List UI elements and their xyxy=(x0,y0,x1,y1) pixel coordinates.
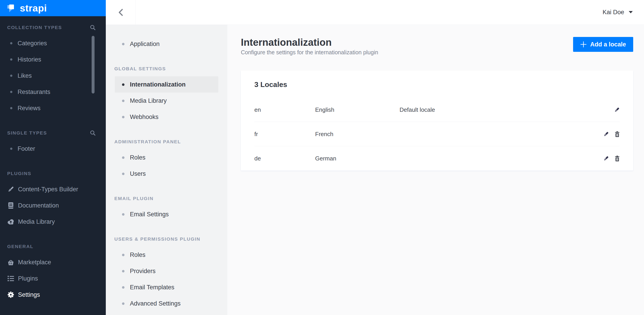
locales-card-title: 3 Locales xyxy=(241,71,633,89)
locales-card: 3 Locales en English Default locale xyxy=(241,71,633,171)
bullet-icon xyxy=(122,173,124,175)
sidebar-item-footer[interactable]: Footer xyxy=(0,141,106,157)
pencil-icon xyxy=(604,131,609,137)
locale-row-fr: fr French xyxy=(241,122,633,146)
user-menu[interactable]: Kai Doe xyxy=(602,9,644,16)
settings-item-label: Email Templates xyxy=(130,284,174,291)
sidebar-item-media-library[interactable]: Media Library xyxy=(0,214,106,230)
bullet-icon xyxy=(122,213,124,216)
search-icon[interactable] xyxy=(90,130,96,136)
edit-locale-button[interactable] xyxy=(604,156,609,161)
bullet-icon xyxy=(122,43,124,45)
settings-item-label: Advanced Settings xyxy=(130,300,180,307)
strapi-logo[interactable]: strapi xyxy=(0,0,106,16)
back-button[interactable] xyxy=(106,0,136,25)
main-sidebar-body: COLLECTION TYPES Categories Histories Li… xyxy=(0,16,106,315)
settings-item-label: Providers xyxy=(130,268,156,275)
sidebar-item-label: Histories xyxy=(18,56,41,63)
sidebar-item-documentation[interactable]: Documentation xyxy=(0,197,106,214)
settings-item-label: Application xyxy=(130,41,160,48)
book-icon xyxy=(7,202,15,209)
section-single-types: SINGLE TYPES Footer xyxy=(0,128,106,157)
locale-row-en: en English Default locale xyxy=(241,98,633,122)
locale-actions xyxy=(604,131,620,137)
bullet-icon xyxy=(10,148,12,150)
bullet-icon xyxy=(122,83,124,86)
collection-types-header: COLLECTION TYPES xyxy=(7,25,62,30)
sidebar-item-label: Reviews xyxy=(18,105,40,112)
section-general: GENERAL Marketplace Plugins xyxy=(0,242,106,303)
single-types-header-row: SINGLE TYPES xyxy=(0,128,106,137)
trash-icon xyxy=(615,131,620,137)
user-name: Kai Doe xyxy=(602,9,624,16)
bullet-icon xyxy=(10,75,12,77)
general-header-row: GENERAL xyxy=(0,242,106,251)
lower-region: Application GLOBAL SETTINGS Internationa… xyxy=(106,25,644,315)
settings-item-label: Roles xyxy=(130,154,146,161)
basket-icon xyxy=(7,259,15,266)
sidebar-item-settings[interactable]: Settings xyxy=(0,287,106,303)
settings-item-label: Internationalization xyxy=(130,81,186,88)
settings-item-advanced-settings[interactable]: Advanced Settings xyxy=(115,295,218,311)
sidebar-item-label: Footer xyxy=(18,145,35,152)
strapi-logo-icon xyxy=(6,3,17,13)
sidebar-item-content-types-builder[interactable]: Content-Types Builder xyxy=(0,181,106,197)
add-locale-button-label: Add a locale xyxy=(590,41,626,48)
sidebar-item-marketplace[interactable]: Marketplace xyxy=(0,254,106,270)
sidebar-item-likes[interactable]: Likes xyxy=(0,68,106,84)
main-content: Internationalization Configure the setti… xyxy=(227,25,644,315)
bullet-icon xyxy=(122,116,124,118)
settings-item-up-roles[interactable]: Roles xyxy=(115,247,218,263)
plugins-header: PLUGINS xyxy=(7,171,31,176)
right-pane: Kai Doe Application GLOBAL SETTINGS Inte… xyxy=(106,0,644,315)
locale-name: German xyxy=(315,155,400,162)
locale-actions xyxy=(604,156,620,161)
locale-name: French xyxy=(315,131,400,138)
settings-item-label: Email Settings xyxy=(130,211,169,218)
page-subtitle: Configure the settings for the internati… xyxy=(241,49,378,56)
gear-icon xyxy=(7,291,15,298)
settings-item-providers[interactable]: Providers xyxy=(115,263,218,279)
settings-item-email-settings[interactable]: Email Settings xyxy=(115,206,218,222)
add-locale-button[interactable]: Add a locale xyxy=(573,37,633,52)
settings-sidebar: Application GLOBAL SETTINGS Internationa… xyxy=(106,25,227,315)
delete-locale-button[interactable] xyxy=(615,156,620,161)
global-settings-header: GLOBAL SETTINGS xyxy=(114,64,218,73)
trash-icon xyxy=(615,156,620,161)
pencil-icon xyxy=(614,107,620,112)
settings-item-label: Media Library xyxy=(130,97,167,104)
scrollbar-thumb[interactable] xyxy=(92,36,94,94)
single-types-header: SINGLE TYPES xyxy=(7,130,47,136)
section-administration-panel: ADMINISTRATION PANEL Roles Users xyxy=(106,137,227,182)
cloud-upload-icon xyxy=(7,219,15,225)
settings-item-admin-roles[interactable]: Roles xyxy=(115,149,218,166)
sidebar-item-restaurants[interactable]: Restaurants xyxy=(0,84,106,100)
sidebar-item-label: Settings xyxy=(18,291,40,298)
bullet-icon xyxy=(122,254,124,256)
bullet-icon xyxy=(122,302,124,305)
settings-item-webhooks[interactable]: Webhooks xyxy=(115,109,218,125)
administration-panel-header: ADMINISTRATION PANEL xyxy=(114,137,218,146)
sidebar-item-categories[interactable]: Categories xyxy=(0,35,106,51)
sidebar-item-label: Marketplace xyxy=(18,259,51,266)
locales-table: en English Default locale fr Frenc xyxy=(241,98,633,171)
settings-item-media-library[interactable]: Media Library xyxy=(115,93,218,109)
plugins-header-row: PLUGINS xyxy=(0,169,106,178)
search-icon[interactable] xyxy=(90,25,96,31)
settings-item-admin-users[interactable]: Users xyxy=(115,166,218,182)
settings-item-application[interactable]: Application xyxy=(115,36,218,52)
sidebar-item-reviews[interactable]: Reviews xyxy=(0,100,106,116)
app-root: strapi COLLECTION TYPES Categories Histo… xyxy=(0,0,644,315)
sidebar-item-histories[interactable]: Histories xyxy=(0,51,106,68)
locale-name: English xyxy=(315,106,400,113)
plus-icon xyxy=(580,41,586,48)
edit-locale-button[interactable] xyxy=(604,131,609,137)
settings-item-internationalization[interactable]: Internationalization xyxy=(115,76,218,93)
main-sidebar: strapi COLLECTION TYPES Categories Histo… xyxy=(0,0,106,315)
sidebar-item-plugins[interactable]: Plugins xyxy=(0,270,106,287)
locale-code: en xyxy=(254,106,315,113)
page-header-text: Internationalization Configure the setti… xyxy=(241,37,378,56)
delete-locale-button[interactable] xyxy=(615,131,620,137)
edit-locale-button[interactable] xyxy=(614,107,620,112)
settings-item-email-templates[interactable]: Email Templates xyxy=(115,279,218,295)
